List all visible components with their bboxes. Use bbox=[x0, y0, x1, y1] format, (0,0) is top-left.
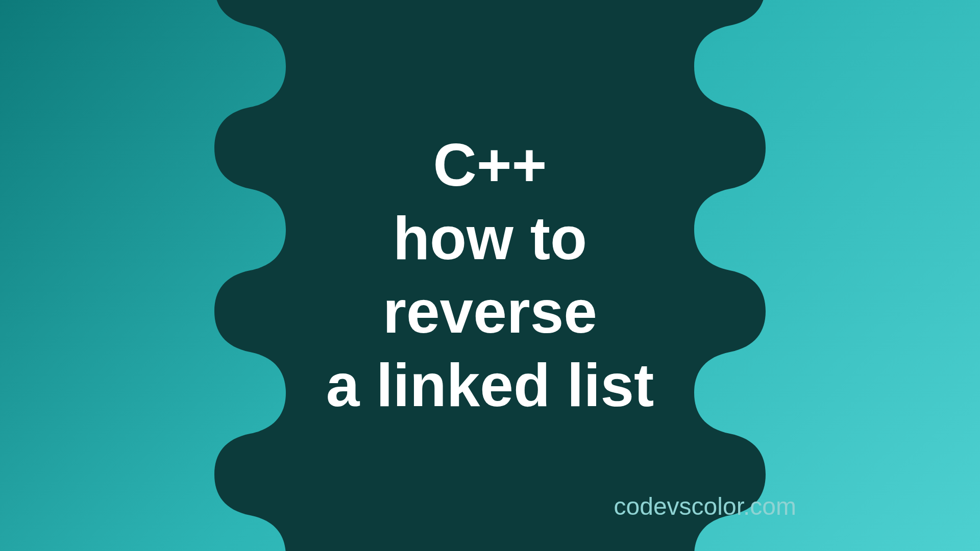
title-line-3: reverse bbox=[383, 278, 597, 345]
title-line-2: how to bbox=[393, 205, 587, 272]
title-line-1: C++ bbox=[433, 131, 547, 198]
title-line-4: a linked list bbox=[326, 352, 654, 419]
title-text: C++ how to reverse a linked list bbox=[326, 129, 654, 422]
watermark-text: codevscolor.com bbox=[614, 492, 797, 520]
